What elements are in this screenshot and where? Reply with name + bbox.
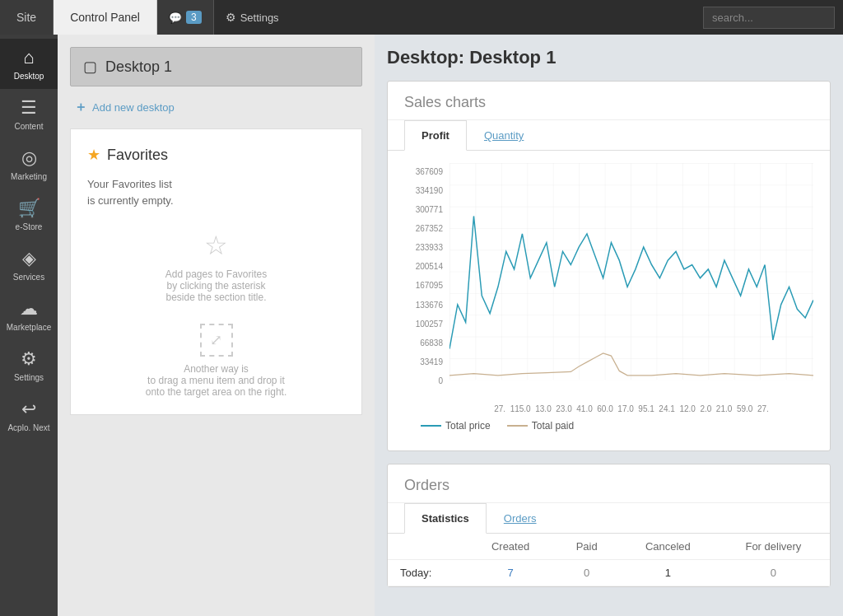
sidebar-label-settings: Settings xyxy=(14,373,44,382)
row-delivery: 0 xyxy=(717,560,830,586)
control-panel-label: Control Panel xyxy=(70,11,140,24)
sidebar-item-acplo-next[interactable]: ↩ Acplo. Next xyxy=(0,390,58,441)
page-title: Desktop: Desktop 1 xyxy=(387,47,831,68)
left-panel: ▢ Desktop 1 ＋ Add new desktop ★ Favorite… xyxy=(58,35,375,616)
row-label: Today: xyxy=(388,560,467,586)
sidebar-label-services: Services xyxy=(13,273,44,282)
favorites-empty-line1: Your Favorites list xyxy=(87,178,172,190)
legend-total-price-label: Total price xyxy=(445,420,491,432)
col-created-header: Created xyxy=(467,534,555,560)
tab-orders[interactable]: Orders xyxy=(487,503,554,534)
sales-charts-title: Sales charts xyxy=(388,82,830,120)
site-label: Site xyxy=(16,11,36,24)
sidebar-label-content: Content xyxy=(14,122,43,131)
col-paid-header: Paid xyxy=(554,534,618,560)
teal-line-icon xyxy=(421,425,441,427)
acplo-next-icon: ↩ xyxy=(21,399,36,420)
tab-profit[interactable]: Profit xyxy=(404,120,467,151)
search-area xyxy=(703,7,843,29)
chart-container: 367609 334190 300771 267352 233933 20051… xyxy=(388,151,830,450)
col-canceled-header: Canceled xyxy=(619,534,717,560)
sidebar-item-content[interactable]: ☰ Content xyxy=(0,89,58,139)
orders-tabs: Statistics Orders xyxy=(388,503,830,534)
sidebar-label-acplo-next: Acplo. Next xyxy=(7,423,49,432)
right-panel: Desktop: Desktop 1 Sales charts Profit Q… xyxy=(375,35,843,616)
sidebar-label-desktop: Desktop xyxy=(14,72,44,81)
sidebar-item-settings[interactable]: ⚙ Settings xyxy=(0,340,58,390)
settings-icon: ⚙ xyxy=(21,348,37,370)
col-delivery-header: For delivery xyxy=(717,534,830,560)
orders-title: Orders xyxy=(388,464,830,503)
favorites-empty-text: Your Favorites list is currently empty. xyxy=(87,176,345,208)
table-row: Today: 7 0 1 0 xyxy=(388,560,830,586)
chart-y-axis: 367609 334190 300771 267352 233933 20051… xyxy=(404,163,449,402)
sidebar: ⌂ Desktop ☰ Content ◎ Marketing 🛒 e-Stor… xyxy=(0,35,58,616)
desktop-name: Desktop 1 xyxy=(105,58,172,76)
home-icon: ⌂ xyxy=(23,47,34,68)
settings-nav-link[interactable]: ⚙ Settings xyxy=(214,0,291,35)
star-filled-icon: ★ xyxy=(87,146,100,164)
sidebar-item-estore[interactable]: 🛒 e-Store xyxy=(0,189,58,240)
estore-icon: 🛒 xyxy=(18,198,40,219)
content-icon: ☰ xyxy=(21,97,37,119)
favorites-hint-text: Add pages to Favorites by clicking the a… xyxy=(165,268,267,303)
sidebar-item-desktop[interactable]: ⌂ Desktop xyxy=(0,39,58,89)
sidebar-item-services[interactable]: ◈ Services xyxy=(0,240,58,290)
services-icon: ◈ xyxy=(22,248,36,269)
sidebar-label-marketing: Marketing xyxy=(11,172,47,181)
notification-badge: 3 xyxy=(186,11,202,24)
sand-line-icon xyxy=(507,425,528,427)
drag-target-icon: ⤢ xyxy=(200,324,233,357)
legend-total-price: Total price xyxy=(421,420,491,432)
favorites-section: ★ Favorites Your Favorites list is curre… xyxy=(70,128,362,415)
notifications-button[interactable]: 💬 3 xyxy=(157,0,214,35)
add-new-desktop-label: Add new desktop xyxy=(92,101,175,114)
site-button[interactable]: Site xyxy=(0,0,54,35)
sidebar-item-marketing[interactable]: ◎ Marketing xyxy=(0,139,58,189)
chart-wrapper: 367609 334190 300771 267352 233933 20051… xyxy=(404,163,813,402)
orders-card: Orders Statistics Orders Created Paid xyxy=(387,464,831,587)
desktop-header: ▢ Desktop 1 xyxy=(70,47,362,86)
drag-hint-text: Another way is to drag a menu item and d… xyxy=(146,363,286,398)
chart-x-axis: 27. 115.0 13.0 23.0 41.0 60.0 17.0 95.1 … xyxy=(449,402,813,413)
content-area: ▢ Desktop 1 ＋ Add new desktop ★ Favorite… xyxy=(58,35,843,616)
main-layout: ⌂ Desktop ☰ Content ◎ Marketing 🛒 e-Stor… xyxy=(0,35,843,616)
marketplace-icon: ☁ xyxy=(20,298,38,320)
row-canceled: 1 xyxy=(619,560,717,586)
tab-statistics[interactable]: Statistics xyxy=(404,503,487,534)
row-created: 7 xyxy=(467,560,555,586)
chart-tabs: Profit Quantity xyxy=(388,120,830,151)
col-label-header xyxy=(388,534,467,560)
plus-icon: ＋ xyxy=(74,99,87,116)
tab-quantity[interactable]: Quantity xyxy=(467,120,541,151)
search-input[interactable] xyxy=(703,7,835,29)
settings-nav-label: Settings xyxy=(240,12,279,24)
legend-total-paid-label: Total paid xyxy=(532,420,574,432)
drag-hint: ⤢ Another way is to drag a menu item and… xyxy=(87,324,345,398)
row-paid: 0 xyxy=(554,560,618,586)
star-outline-icon: ☆ xyxy=(200,229,233,262)
notification-icon: 💬 xyxy=(169,12,182,24)
marketing-icon: ◎ xyxy=(21,147,37,169)
legend-total-paid: Total paid xyxy=(507,420,574,432)
favorites-hint: ☆ Add pages to Favorites by clicking the… xyxy=(87,229,345,303)
favorites-title: Favorites xyxy=(107,147,168,164)
sidebar-label-marketplace: Marketplace xyxy=(7,323,51,332)
favorites-header: ★ Favorites xyxy=(87,146,345,164)
top-navigation: Site Control Panel 💬 3 ⚙ Settings xyxy=(0,0,843,35)
orders-table: Created Paid Canceled For delivery Today… xyxy=(388,534,830,586)
sales-charts-card: Sales charts Profit Quantity 367609 3341… xyxy=(387,81,831,451)
control-panel-button[interactable]: Control Panel xyxy=(54,0,157,35)
table-header-row: Created Paid Canceled For delivery xyxy=(388,534,830,560)
chart-legend: Total price Total paid xyxy=(404,413,813,438)
chart-svg xyxy=(449,163,813,402)
sidebar-item-marketplace[interactable]: ☁ Marketplace xyxy=(0,290,58,340)
add-new-desktop-button[interactable]: ＋ Add new desktop xyxy=(70,95,362,128)
svg-rect-0 xyxy=(449,163,813,380)
gear-icon: ⚙ xyxy=(226,11,236,24)
monitor-icon: ▢ xyxy=(83,58,97,76)
favorites-empty-line2: is currently empty. xyxy=(87,194,174,207)
sidebar-label-estore: e-Store xyxy=(16,222,43,231)
